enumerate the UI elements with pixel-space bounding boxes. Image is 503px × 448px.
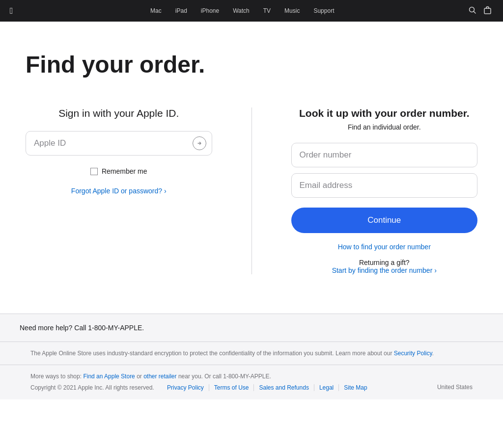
- apple-logo-icon[interactable]: : [10, 6, 13, 16]
- find-apple-store-link[interactable]: Find an Apple Store: [83, 373, 135, 380]
- page-title: Find your order.: [26, 51, 477, 78]
- email-address-input[interactable]: [291, 173, 478, 198]
- order-lookup-section: Look it up with your order number. Find …: [291, 107, 478, 274]
- footer-security: The Apple Online Store uses industry-sta…: [0, 342, 503, 365]
- help-bar: Need more help? Call 1-800-MY-APPLE.: [0, 314, 503, 342]
- nav-support[interactable]: Support: [307, 7, 341, 14]
- footer-region: United States: [437, 384, 473, 391]
- forgot-apple-id-link[interactable]: Forgot Apple ID or password? ›: [26, 187, 212, 195]
- nav-ipad[interactable]: iPad: [168, 7, 194, 14]
- footer-shop-text: More ways to shop: Find an Apple Store o…: [30, 373, 473, 380]
- returning-gift-text: Returning a gift?: [359, 259, 410, 266]
- site-map-link[interactable]: Site Map: [339, 384, 372, 391]
- footer-security-text: The Apple Online Store uses industry-sta…: [30, 350, 473, 357]
- svg-rect-2: [484, 8, 491, 14]
- continue-button[interactable]: Continue: [291, 208, 478, 233]
- help-text: Need more help? Call 1-800-MY-APPLE.: [20, 324, 483, 332]
- search-icon[interactable]: [467, 4, 478, 18]
- section-divider: [252, 107, 252, 274]
- apple-id-input-wrap: [26, 131, 212, 156]
- returning-gift-section: Returning a gift? Start by finding the o…: [291, 259, 478, 274]
- remember-me-checkbox[interactable]: [90, 168, 98, 175]
- remember-me-label: Remember me: [102, 167, 147, 175]
- start-finding-order-link[interactable]: Start by finding the order number ›: [332, 266, 437, 274]
- order-lookup-subtitle: Find an individual order.: [291, 123, 478, 131]
- navigation:  Mac iPad iPhone Watch TV Music Support: [0, 0, 503, 22]
- sign-in-title: Sign in with your Apple ID.: [26, 107, 212, 119]
- nav-watch[interactable]: Watch: [226, 7, 256, 14]
- nav-music[interactable]: Music: [278, 7, 307, 14]
- apple-id-input[interactable]: [26, 131, 212, 156]
- nav-mac[interactable]: Mac: [143, 7, 168, 14]
- legal-link[interactable]: Legal: [314, 384, 339, 391]
- footer-left: Copyright © 2021 Apple Inc. All rights r…: [30, 383, 437, 392]
- terms-of-use-link[interactable]: Terms of Use: [209, 384, 254, 391]
- nav-tv[interactable]: TV: [256, 7, 278, 14]
- security-policy-link[interactable]: Security Policy: [394, 350, 432, 357]
- order-number-input[interactable]: [291, 143, 478, 167]
- footer-copyright: Copyright © 2021 Apple Inc. All rights r…: [30, 384, 154, 391]
- remember-me-wrap: Remember me: [26, 167, 212, 175]
- svg-line-1: [474, 11, 476, 13]
- privacy-policy-link[interactable]: Privacy Policy: [162, 384, 209, 391]
- other-retailer-link[interactable]: other retailer: [143, 373, 176, 380]
- footer-bottom: Copyright © 2021 Apple Inc. All rights r…: [30, 383, 473, 392]
- apple-id-submit-button[interactable]: [193, 136, 206, 150]
- shopping-bag-icon[interactable]: [482, 4, 493, 18]
- nav-iphone[interactable]: iPhone: [194, 7, 226, 14]
- footer-links-bar: More ways to shop: Find an Apple Store o…: [0, 365, 503, 399]
- sign-in-section: Sign in with your Apple ID. Remember me …: [26, 107, 212, 274]
- order-lookup-title: Look it up with your order number.: [291, 107, 478, 119]
- how-to-find-order-link[interactable]: How to find your order number: [291, 243, 478, 251]
- main-content: Find your order. Sign in with your Apple…: [6, 22, 497, 314]
- sales-and-refunds-link[interactable]: Sales and Refunds: [254, 384, 314, 391]
